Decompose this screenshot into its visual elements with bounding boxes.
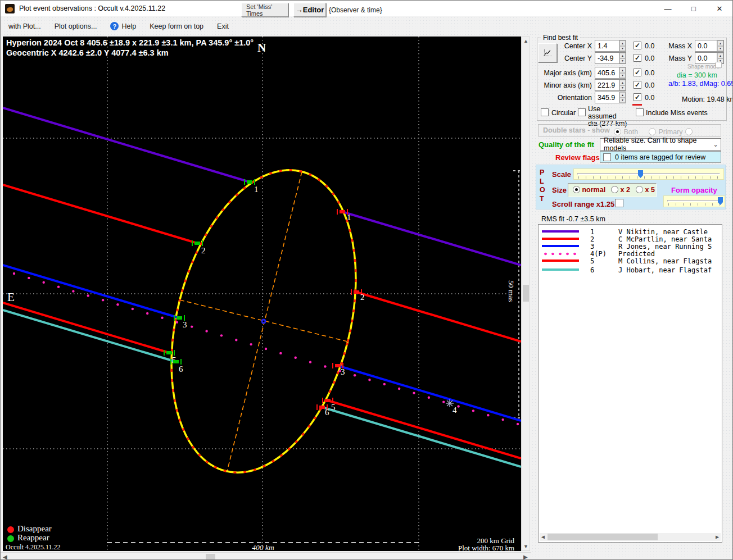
list-item[interactable]: 1 V Nikitin, near Castle xyxy=(539,228,722,235)
review-flags-label: Review flags xyxy=(555,153,600,162)
use-assumed-checkbox[interactable] xyxy=(578,108,586,116)
size-x5-option[interactable]: x 5 xyxy=(636,186,655,194)
predicted-path-dot xyxy=(324,365,326,367)
review-flags-text: 0 items are tagged for review xyxy=(615,153,705,161)
scroll-range-checkbox[interactable] xyxy=(615,199,623,207)
x2-radio xyxy=(611,186,618,193)
center-x-checkbox[interactable] xyxy=(634,42,641,49)
menu-with-plot[interactable]: with Plot... xyxy=(8,22,41,30)
form-opacity-label: Form opacity xyxy=(671,186,717,194)
plot-vertical-label: PLOT xyxy=(540,169,545,203)
plot-horizontal-scrollbar[interactable]: ◀ ▶ xyxy=(1,552,532,560)
normal-radio xyxy=(573,186,580,193)
size-normal-option[interactable]: normal xyxy=(573,186,605,194)
event-marker xyxy=(166,351,172,354)
scroll-right-icon[interactable]: ▶ xyxy=(523,554,528,560)
observer-name: Predicted xyxy=(618,250,655,258)
predicted-path-dot xyxy=(354,374,356,376)
scale-slider-track xyxy=(577,173,720,175)
menu-help[interactable]: ? Help xyxy=(110,22,136,30)
minimize-button[interactable]: — xyxy=(655,1,681,16)
review-flags-checkbox[interactable] xyxy=(603,153,611,161)
plot-vertical-scrollbar[interactable]: ▲ ▼ xyxy=(521,37,530,551)
list-item[interactable]: 6 J Hobart, near Flagstaf xyxy=(539,266,722,274)
predicted-path-dot xyxy=(517,423,519,425)
observer-number: 4(P) xyxy=(590,250,607,258)
major-axis-spinner[interactable]: ▲▼ xyxy=(619,67,626,78)
form-opacity-track xyxy=(667,200,721,202)
predicted-path-dot xyxy=(250,343,252,345)
menu-exit[interactable]: Exit xyxy=(217,22,229,30)
maximize-button[interactable]: □ xyxy=(681,1,707,16)
quality-dropdown[interactable]: Reliable size. Can fit to shape models ⌄ xyxy=(600,138,721,151)
predicted-path-dot xyxy=(442,400,445,403)
scroll-left-icon[interactable]: ◀ xyxy=(3,554,7,560)
chord-number-label: 6 xyxy=(325,408,329,417)
observer-name: M Collins, near Flagsta xyxy=(618,257,712,265)
major-axis-field[interactable]: 405.6▲▼ xyxy=(595,67,626,79)
list-scroll-thumb[interactable] xyxy=(548,534,658,540)
center-y-spinner[interactable]: ▲▼ xyxy=(619,53,626,63)
event-marker xyxy=(340,210,345,213)
center-y-checkbox[interactable] xyxy=(634,54,641,62)
scale-slider-ticks xyxy=(578,176,719,179)
list-scroll-right-icon[interactable]: ▶ xyxy=(716,534,719,540)
circular-checkbox[interactable] xyxy=(541,108,549,116)
center-x-field[interactable]: 1.4▲▼ xyxy=(595,40,626,52)
list-scroll-left-icon[interactable]: ◀ xyxy=(541,534,545,540)
predicted-path-dot xyxy=(235,339,237,341)
double-stars-primary[interactable]: Primary xyxy=(649,126,683,136)
list-item[interactable]: 4(P) Predicted xyxy=(539,250,722,257)
predicted-path-dot xyxy=(191,325,193,327)
mass-x-field[interactable]: 0.0▲▼ xyxy=(695,40,724,52)
horizontal-scroll-thumb[interactable] xyxy=(206,554,215,559)
list-item[interactable]: 5 M Collins, near Flagsta xyxy=(539,257,722,265)
center-x-spinner[interactable]: ▲▼ xyxy=(619,40,626,51)
size-x2-option[interactable]: x 2 xyxy=(611,186,630,194)
scale-label: Scale xyxy=(552,170,571,179)
observer-number: 1 xyxy=(590,228,594,236)
event-marker xyxy=(177,316,182,320)
event-marker xyxy=(325,399,331,402)
ellipse-center-dot xyxy=(263,320,264,322)
plot-canvas[interactable]: 41122335566 Hyperion 2024 Oct 8 405.6 ±1… xyxy=(3,37,521,551)
predicted-path-dot xyxy=(87,294,89,297)
center-y-field[interactable]: -34.9▲▼ xyxy=(595,52,626,64)
form-opacity-slider[interactable] xyxy=(663,195,725,207)
mass-y-label: Mass Y xyxy=(650,54,692,62)
scroll-down-icon[interactable]: ▼ xyxy=(523,544,528,549)
motion-readout: Motion: 19.48 km/s xyxy=(682,95,733,103)
event-marker xyxy=(354,290,359,294)
shape-model-checkbox[interactable] xyxy=(716,62,722,68)
predicted-path-dot xyxy=(501,418,504,421)
menu-plot-options[interactable]: Plot options... xyxy=(55,22,97,30)
editor-button[interactable]: →Editor xyxy=(293,3,326,17)
menu-keep-on-top[interactable]: Keep form on top xyxy=(150,22,203,30)
list-item[interactable]: 2 C McPartlin, near Santa xyxy=(539,235,722,243)
list-item[interactable]: 3 R Jones, near Running S xyxy=(539,243,722,250)
chord-number-label: 2 xyxy=(201,246,206,255)
predicted-path-dot xyxy=(28,277,30,279)
orientation-field[interactable]: 345.9▲▼ xyxy=(595,92,626,103)
minor-axis-spinner[interactable]: ▲▼ xyxy=(619,80,626,90)
observer-number: 2 xyxy=(590,235,594,243)
minor-axis-checkbox[interactable] xyxy=(634,81,641,89)
vertical-scroll-thumb[interactable] xyxy=(523,285,529,302)
list-horizontal-scrollbar[interactable]: ◀ ▶ xyxy=(540,533,721,541)
scroll-up-icon[interactable]: ▲ xyxy=(523,38,528,44)
observer-list[interactable]: 1 V Nikitin, near Castle 2 C McPartlin, … xyxy=(538,224,722,543)
quality-label: Quality of the fit xyxy=(539,140,594,149)
predicted-path-dot xyxy=(220,334,223,336)
include-miss-checkbox[interactable] xyxy=(636,108,644,116)
close-button[interactable]: ✕ xyxy=(707,1,732,16)
orientation-spinner[interactable]: ▲▼ xyxy=(619,92,626,103)
mas-scale-label: 50 mas xyxy=(506,280,515,302)
orientation-checkbox[interactable] xyxy=(634,93,641,101)
scale-slider[interactable] xyxy=(573,169,724,180)
set-miss-times-button[interactable]: Set 'Miss' Times xyxy=(241,3,288,17)
predicted-path-dot xyxy=(116,303,119,306)
major-axis-checkbox[interactable] xyxy=(634,69,641,76)
mass-x-spinner[interactable]: ▲▼ xyxy=(717,40,723,51)
double-stars-both[interactable]: Both xyxy=(614,126,638,136)
minor-axis-field[interactable]: 221.9▲▼ xyxy=(595,79,626,91)
